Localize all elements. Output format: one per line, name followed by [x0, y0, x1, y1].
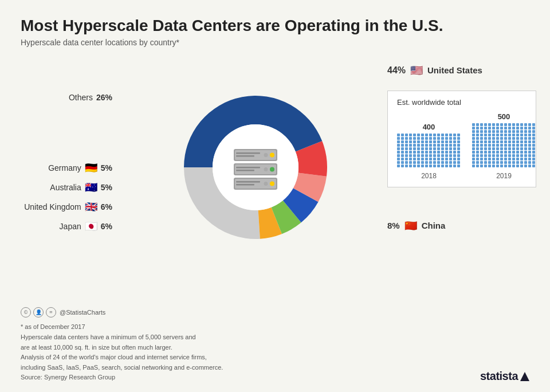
svg-point-15: [270, 181, 274, 186]
footer: © 👤 = @StatistaCharts * as of December 2…: [21, 307, 529, 383]
label-germany: Germany 🇩🇪 5%: [30, 162, 112, 174]
us-flag: 🇺🇸: [410, 64, 423, 77]
svg-rect-5: [236, 152, 260, 154]
donut-svg: [164, 76, 347, 259]
china-flag: 🇨🇳: [404, 219, 417, 232]
svg-rect-17: [236, 181, 260, 183]
right-panel: 44% 🇺🇸 United States Est. worldwide tota…: [376, 58, 536, 232]
label-uk: United Kingdom 🇬🇧 6%: [24, 201, 112, 213]
germany-flag: 🇩🇪: [85, 162, 97, 174]
statista-icon: [520, 372, 529, 381]
svg-point-3: [270, 152, 274, 157]
main-container: Most Hyperscale Data Centers are Operati…: [0, 0, 550, 392]
cc-icon: ©: [21, 307, 31, 317]
donut-chart: [135, 58, 376, 276]
label-japan: Japan 🇯🇵 6%: [30, 220, 112, 233]
dots-2018: [397, 134, 461, 167]
japan-flag: 🇯🇵: [85, 220, 97, 233]
china-legend: 8% 🇨🇳 China: [387, 219, 536, 232]
footer-left: © 👤 = @StatistaCharts * as of December 2…: [21, 307, 223, 383]
svg-rect-18: [236, 184, 254, 186]
est-title: Est. worldwide total: [397, 98, 527, 107]
main-content: Others 26% Germany 🇩🇪 5% Australia 🇦🇺 5%…: [21, 58, 529, 276]
us-legend: 44% 🇺🇸 United States: [387, 64, 536, 77]
svg-point-16: [264, 182, 268, 186]
est-bar-2019: 500 2019: [472, 112, 536, 180]
page-title: Most Hyperscale Data Centers are Operati…: [21, 16, 529, 36]
svg-point-10: [264, 167, 268, 171]
page-subtitle: Hyperscale data center locations by coun…: [21, 38, 529, 47]
est-bar-2018: 400 2018: [397, 123, 461, 180]
footer-note: * as of December 2017 Hyperscale data ce…: [21, 322, 223, 383]
svg-rect-11: [236, 167, 260, 168]
footer-icons: © 👤 = @StatistaCharts: [21, 307, 223, 317]
svg-rect-6: [236, 155, 254, 157]
statista-logo: statista: [480, 370, 518, 383]
est-worldwide-box: Est. worldwide total 400 2018 500 2019: [387, 91, 536, 187]
svg-point-4: [264, 153, 268, 157]
svg-point-9: [270, 167, 274, 171]
statista-handle: @StatistaCharts: [60, 309, 105, 316]
person-icon: 👤: [33, 307, 44, 317]
dots-2019: [472, 123, 536, 167]
australia-flag: 🇦🇺: [85, 181, 97, 194]
svg-rect-12: [236, 170, 254, 171]
equals-icon: =: [46, 307, 56, 317]
svg-marker-19: [520, 372, 529, 381]
statista-branding: statista: [480, 370, 529, 383]
est-bars: 400 2018 500 2019: [397, 112, 527, 180]
label-others: Others 26%: [41, 93, 112, 102]
uk-flag: 🇬🇧: [85, 201, 97, 213]
label-australia: Australia 🇦🇺 5%: [30, 181, 112, 194]
